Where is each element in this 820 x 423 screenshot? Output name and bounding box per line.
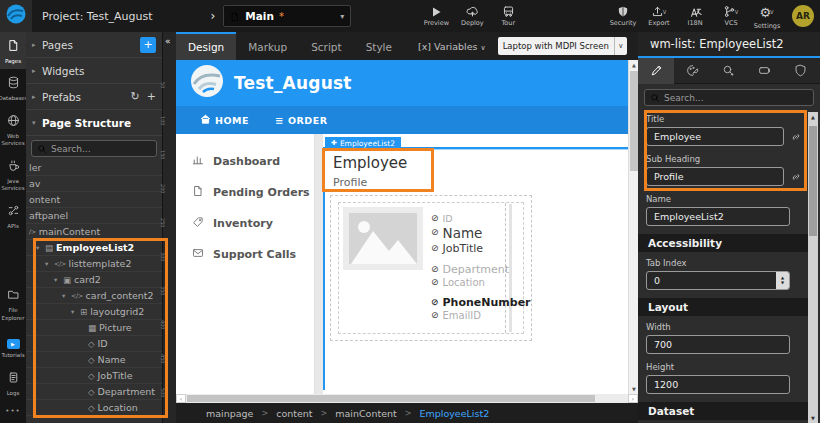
tree-row-ler[interactable]: ler	[26, 160, 162, 176]
topbar-action-i18n[interactable]: I18N	[678, 5, 712, 27]
properties-search[interactable]: Search...	[644, 89, 814, 106]
accessibility-section-header[interactable]: Accessibility	[638, 234, 808, 252]
properties-tab[interactable]	[638, 58, 674, 84]
name-property-input[interactable]	[646, 207, 790, 226]
tree-row-card_content2[interactable]: ▾</>card_content2	[26, 288, 162, 304]
bind-property-icon[interactable]	[790, 171, 802, 183]
topbar-action-export[interactable]: ∨Export	[642, 5, 676, 27]
breadcrumb-item-employeelist2[interactable]: EmployeeList2	[419, 408, 489, 419]
tree-row-JobTitle[interactable]: ◇JobTitle	[26, 368, 162, 384]
breadcrumb-item-mainpage[interactable]: mainpage	[206, 408, 253, 419]
bind-property-icon[interactable]	[790, 131, 802, 143]
tree-row-Department[interactable]: ◇Department	[26, 384, 162, 400]
tree-row-Location[interactable]: ◇Location	[26, 400, 162, 416]
tree-row-layoutgrid2[interactable]: ▾⊞layoutgrid2	[26, 304, 162, 320]
tree-row-av[interactable]: av	[26, 176, 162, 192]
refresh-icon[interactable]: ↻	[131, 90, 140, 103]
topbar-action-preview[interactable]: Preview	[419, 5, 453, 27]
subheading-property-input[interactable]	[646, 167, 784, 186]
vertical-scroll-thumb[interactable]	[630, 71, 638, 171]
nav-item-home[interactable]: HOME	[200, 114, 249, 126]
tree-row-card2[interactable]: ▾▣card2	[26, 272, 162, 288]
device-selector[interactable]: Laptop with MDPI Screen ∨	[498, 37, 627, 55]
scroll-down-icon[interactable]: ▼	[808, 415, 818, 421]
sidebar-rail-item-databases[interactable]: Databases	[0, 69, 26, 106]
sidebar-rail-item-java-services[interactable]: Java Services	[0, 152, 26, 197]
add-prefab-button[interactable]: +	[147, 90, 156, 103]
add-page-button[interactable]: +	[140, 37, 156, 53]
tree-row-Picture[interactable]: ▦Picture	[26, 320, 162, 336]
expander-icon[interactable]: ▾	[36, 244, 45, 252]
sidebar-rail-item-tutorials[interactable]: ▶Tutorials	[0, 326, 26, 363]
list-title[interactable]: Employee	[333, 154, 407, 172]
title-property-input[interactable]	[646, 127, 784, 146]
expander-icon[interactable]: ▾	[54, 276, 63, 284]
label-widget-emailid[interactable]: ⊘EmailID	[431, 309, 523, 321]
tree-row-Name[interactable]: ◇Name	[26, 352, 162, 368]
page-selector-dropdown[interactable]: Main * ▾	[223, 5, 351, 27]
tree-row-listtemplate2[interactable]: ▾</>listtemplate2	[26, 256, 162, 272]
height-property-input[interactable]	[646, 375, 790, 394]
canvas-vertical-scrollbar[interactable]: ▲ ▼	[628, 60, 638, 394]
sidebar-rail-item-file-explorer[interactable]: File Explorer	[0, 281, 26, 326]
rail-more-button[interactable]: •••	[0, 401, 26, 423]
tab-design[interactable]: Design	[176, 32, 236, 60]
sidebar-rail-item-logs[interactable]: Logs	[0, 364, 26, 401]
section-page-structure[interactable]: ▾Page Structure	[26, 110, 162, 136]
label-widget-phonenumber[interactable]: ⊘PhoneNumber	[431, 295, 523, 309]
expander-icon[interactable]: ▾	[71, 308, 80, 316]
breadcrumb-item-content[interactable]: content	[276, 408, 312, 419]
topbar-action-tour[interactable]: Tour	[491, 5, 525, 27]
dataset-section-header[interactable]: Dataset	[638, 402, 808, 420]
app-sidebar-item-inventory[interactable]: Inventory	[176, 208, 314, 239]
width-property-input[interactable]	[646, 335, 790, 354]
app-sidebar-item-pending-orders[interactable]: Pending Orders	[176, 177, 314, 208]
canvas-horizontal-scrollbar[interactable]: ‹ ›	[176, 394, 638, 403]
page-structure-search[interactable]: Search...	[31, 140, 157, 157]
layout-section-header[interactable]: Layout	[638, 298, 808, 316]
avatar[interactable]: AR	[786, 5, 814, 27]
properties-scrollbar[interactable]: ▲ ▼	[808, 112, 818, 423]
topbar-action-deploy[interactable]: Deploy	[455, 5, 489, 27]
expander-icon[interactable]: ▾	[62, 292, 71, 300]
properties-scroll-thumb[interactable]	[809, 126, 817, 236]
label-widget-jobtitle[interactable]: ⊘JobTitle	[431, 241, 523, 255]
section-widgets[interactable]: ▸Widgets	[26, 58, 162, 84]
sidebar-rail-item-apis[interactable]: APIs	[0, 197, 26, 234]
tree-row-ontent[interactable]: ontent	[26, 192, 162, 208]
topbar-action-security[interactable]: Security	[606, 5, 640, 27]
scroll-up-icon[interactable]: ▲	[808, 114, 818, 120]
tab-markup[interactable]: Markup	[236, 32, 299, 60]
variables-button[interactable]: [x] Variables ∨	[418, 41, 486, 52]
label-widget-department[interactable]: ⊘Department	[431, 262, 523, 276]
selected-widget-tag[interactable]: ✚ EmployeeList2	[325, 137, 401, 149]
number-stepper[interactable]: ▲▼	[776, 272, 789, 289]
styles-tab[interactable]	[674, 58, 710, 84]
inspect-tab[interactable]	[710, 58, 746, 84]
label-widget-id[interactable]: ⊘ID	[431, 212, 523, 224]
tree-row-ID[interactable]: ◇ID	[26, 336, 162, 352]
list-subheading[interactable]: Profile	[333, 176, 367, 189]
section-prefabs[interactable]: ▸Prefabs↻+	[26, 84, 162, 110]
nav-item-order[interactable]: ≡ORDER	[275, 115, 327, 126]
scroll-right-icon[interactable]: ›	[628, 394, 638, 403]
wavemaker-logo[interactable]	[0, 0, 32, 32]
tree-row-aftpanel[interactable]: aftpanel	[26, 208, 162, 224]
tabindex-property-input[interactable]	[646, 271, 790, 290]
sidebar-rail-item-pages[interactable]: Pages	[0, 32, 26, 69]
label-widget-location[interactable]: ⊘Location	[431, 276, 523, 288]
horizontal-scroll-thumb[interactable]	[187, 395, 595, 402]
sidebar-rail-item-web-services[interactable]: Web Services	[0, 107, 26, 152]
tree-row-EmployeeList2[interactable]: ▾▤EmployeeList2	[26, 240, 162, 256]
scroll-left-icon[interactable]: ‹	[176, 394, 186, 403]
security-tab[interactable]	[782, 58, 818, 84]
tab-script[interactable]: Script	[299, 32, 353, 60]
label-widget-name[interactable]: ⊘Name	[431, 224, 523, 241]
topbar-action-vcs[interactable]: ∨VCS	[714, 5, 748, 27]
section-pages[interactable]: ▸Pages+	[26, 32, 162, 58]
tab-style[interactable]: Style	[354, 32, 404, 60]
collapse-left-panel-button[interactable]: «	[165, 36, 171, 46]
topbar-action-settings[interactable]: ⚙∨Settings	[750, 2, 784, 30]
app-sidebar-item-support-calls[interactable]: Support Calls	[176, 239, 314, 270]
device-tab[interactable]	[746, 58, 782, 84]
